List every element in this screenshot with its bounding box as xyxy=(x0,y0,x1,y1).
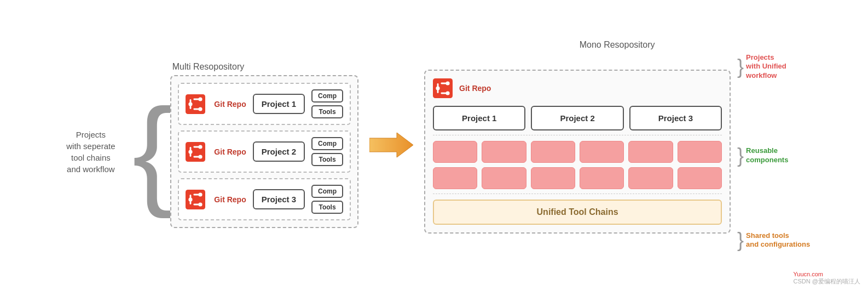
git-label-2: Git Repo xyxy=(214,147,246,156)
anno-shared: } Shared toolsand configurations xyxy=(737,230,810,250)
comp-cell-3 xyxy=(531,141,575,163)
mono-git-label: Git Repo xyxy=(459,84,491,93)
comp-cell-11 xyxy=(628,167,673,189)
arrow-section xyxy=(358,130,424,160)
left-brace-icon: { xyxy=(132,100,167,203)
svg-rect-6 xyxy=(194,108,201,110)
comp-cell-1 xyxy=(433,141,477,163)
comp-cell-12 xyxy=(678,167,722,189)
ann-shared-label: Shared toolsand configurations xyxy=(746,231,810,250)
comp-cell-5 xyxy=(628,141,673,163)
mono-repo-box: Git Repo Project 1 Project 2 Project 3 xyxy=(424,70,731,234)
right-title: Mono Resopository xyxy=(580,40,655,50)
svg-rect-0 xyxy=(186,94,205,114)
svg-marker-21 xyxy=(369,133,413,157)
watermark-csdn: CSDN @爱编程的喵汪人 xyxy=(794,278,860,285)
svg-rect-12 xyxy=(194,146,201,147)
anno-projects: } Projectswith Unifiedworkflow xyxy=(737,53,810,81)
git-label-1: Git Repo xyxy=(214,100,246,109)
svg-rect-18 xyxy=(190,195,192,204)
comp-label-2: Comp xyxy=(311,137,343,150)
brace-projects-icon: } xyxy=(737,57,744,77)
mono-git-icon xyxy=(433,78,453,98)
comp-cell-8 xyxy=(482,167,526,189)
tools-label-2: Tools xyxy=(311,153,343,166)
repo-row-2: Git Repo Project 2 Comp Tools xyxy=(178,130,351,173)
comp-tools-1: Comp Tools xyxy=(311,89,343,118)
svg-rect-27 xyxy=(441,83,448,84)
svg-rect-5 xyxy=(194,98,201,100)
svg-rect-7 xyxy=(186,142,205,162)
ann-projects-label: Projectswith Unifiedworkflow xyxy=(746,53,786,81)
mono-git-row: Git Repo xyxy=(433,78,722,98)
left-wrapper: Multi Resopository Projects with seperat… xyxy=(58,62,358,228)
mono-projects-row: Project 1 Project 2 Project 3 xyxy=(433,106,722,135)
git-icon-2 xyxy=(186,142,205,162)
comp-tools-2: Comp Tools xyxy=(311,137,343,166)
comp-tools-3: Comp Tools xyxy=(311,185,343,214)
svg-rect-20 xyxy=(194,203,201,205)
svg-rect-28 xyxy=(441,93,448,94)
comp-cell-10 xyxy=(580,167,624,189)
tools-label-1: Tools xyxy=(311,105,343,118)
main-container: Multi Resopository Projects with seperat… xyxy=(0,0,868,290)
project-box-2: Project 2 xyxy=(253,141,305,162)
watermark-url: Yuucn.com xyxy=(794,271,823,277)
components-grid xyxy=(433,141,722,194)
ann-components-label: Reusablecomponents xyxy=(746,146,788,165)
mono-project-3: Project 3 xyxy=(629,106,722,130)
left-description: Projects with seperate tool chains and w… xyxy=(58,129,124,175)
comp-cell-7 xyxy=(433,167,477,189)
svg-rect-11 xyxy=(190,147,192,157)
left-with-label: Projects with seperate tool chains and w… xyxy=(58,75,358,228)
git-icon-1 xyxy=(186,94,205,114)
mono-project-2: Project 2 xyxy=(531,106,623,130)
comp-label-3: Comp xyxy=(311,185,343,198)
svg-rect-14 xyxy=(186,190,205,209)
comp-cell-2 xyxy=(482,141,526,163)
multi-repo-box: Git Repo Project 1 Comp Tools xyxy=(170,75,358,228)
unified-tool-chains: Unified Tool Chains xyxy=(433,200,722,225)
svg-rect-13 xyxy=(194,156,201,157)
project-box-1: Project 1 xyxy=(253,94,305,114)
brace-components-icon: } xyxy=(737,146,744,166)
git-icon-3 xyxy=(186,190,205,209)
comp-cell-4 xyxy=(580,141,624,163)
svg-rect-26 xyxy=(437,83,439,93)
left-title: Multi Resopository xyxy=(172,62,245,72)
svg-rect-4 xyxy=(190,99,192,109)
comp-cell-9 xyxy=(531,167,575,189)
project-box-3: Project 3 xyxy=(253,189,305,209)
repo-row-1: Git Repo Project 1 Comp Tools xyxy=(178,83,351,125)
anno-components: } Reusablecomponents xyxy=(737,146,810,166)
brace-shared-icon: } xyxy=(737,230,744,250)
comp-cell-6 xyxy=(678,141,722,163)
right-arrow-icon xyxy=(369,130,413,160)
right-content: Git Repo Project 1 Project 2 Project 3 xyxy=(424,53,810,251)
right-wrapper: Mono Resopository xyxy=(424,40,810,251)
comp-label-1: Comp xyxy=(311,89,343,103)
git-label-3: Git Repo xyxy=(214,195,246,204)
svg-rect-19 xyxy=(194,194,201,195)
mono-project-1: Project 1 xyxy=(433,106,525,130)
watermark: Yuucn.com CSDN @爱编程的喵汪人 xyxy=(794,271,860,286)
right-annotations: } Projectswith Unifiedworkflow } Reusabl… xyxy=(737,53,810,251)
repo-row-3: Git Repo Project 3 Comp Tools xyxy=(178,178,351,220)
tools-label-3: Tools xyxy=(311,201,343,214)
